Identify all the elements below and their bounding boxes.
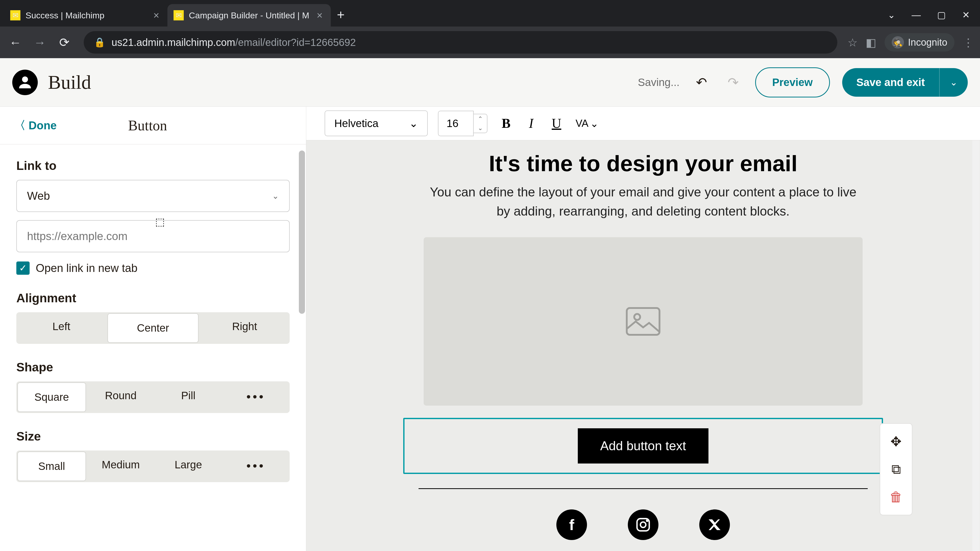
- editor-canvas: Helvetica ⌄ 16 ⌃ ⌄ B I U VA ⌄ It's time …: [306, 106, 980, 551]
- link-to-label: Link to: [16, 159, 290, 173]
- shape-more-button[interactable]: •••: [222, 381, 290, 413]
- text-format-toolbar: Helvetica ⌄ 16 ⌃ ⌄ B I U VA ⌄: [306, 106, 980, 140]
- window-close-icon[interactable]: ✕: [962, 10, 970, 21]
- bookmark-icon[interactable]: ☆: [848, 36, 858, 49]
- browser-tab-strip: ✉ Success | Mailchimp × ✉ Campaign Build…: [0, 0, 980, 27]
- svg-point-5: [646, 520, 648, 521]
- font-size-up-icon[interactable]: ⌃: [474, 114, 487, 124]
- undo-icon[interactable]: ↶: [692, 75, 711, 90]
- alignment-label: Alignment: [16, 291, 290, 305]
- alignment-left-button[interactable]: Left: [16, 312, 107, 344]
- bold-button[interactable]: B: [498, 116, 515, 131]
- favicon-mailchimp-icon: ✉: [173, 10, 184, 21]
- window-minimize-icon[interactable]: —: [912, 10, 921, 21]
- font-family-select[interactable]: Helvetica ⌄: [325, 110, 428, 136]
- panel-title: Button: [128, 118, 167, 134]
- done-button[interactable]: 〈 Done: [14, 118, 57, 133]
- save-status: Saving...: [638, 76, 679, 89]
- chevron-down-icon: ⌄: [272, 191, 279, 201]
- shape-square-button[interactable]: Square: [18, 383, 86, 412]
- chevron-left-icon: 〈: [14, 118, 25, 133]
- svg-point-4: [640, 522, 646, 527]
- chevron-down-icon: ⌄: [409, 117, 418, 130]
- svg-point-0: [22, 76, 28, 82]
- button-block-selected[interactable]: Add button text ✥ ⧉ 🗑: [403, 418, 883, 474]
- move-block-icon[interactable]: ✥: [882, 428, 910, 455]
- svg-rect-1: [627, 308, 659, 335]
- url-input[interactable]: 🔒 us21.admin.mailchimp.com/email/editor?…: [84, 31, 837, 54]
- svg-point-2: [634, 314, 640, 320]
- window-maximize-icon[interactable]: ▢: [937, 10, 946, 21]
- link-type-select[interactable]: Web ⌄: [16, 180, 290, 212]
- preview-button[interactable]: Preview: [755, 67, 830, 97]
- nav-forward-icon[interactable]: →: [30, 33, 49, 52]
- mailchimp-logo-icon[interactable]: [12, 70, 38, 95]
- image-block-placeholder[interactable]: [424, 237, 862, 406]
- browser-tab[interactable]: ✉ Success | Mailchimp ×: [4, 4, 167, 27]
- new-tab-button[interactable]: +: [331, 7, 351, 27]
- size-small-button[interactable]: Small: [18, 451, 86, 481]
- nav-back-icon[interactable]: ←: [6, 33, 24, 52]
- side-panel-icon[interactable]: ◧: [865, 36, 877, 49]
- instagram-icon[interactable]: [628, 510, 659, 540]
- size-more-button[interactable]: •••: [222, 451, 290, 482]
- shape-pill-button[interactable]: Pill: [155, 381, 222, 413]
- image-placeholder-icon: [625, 306, 661, 337]
- shape-round-button[interactable]: Round: [87, 381, 155, 413]
- redo-icon[interactable]: ↷: [724, 75, 743, 90]
- save-and-exit-button[interactable]: Save and exit: [842, 68, 939, 97]
- browser-address-bar: ← → ⟳ 🔒 us21.admin.mailchimp.com/email/e…: [0, 27, 980, 58]
- size-medium-button[interactable]: Medium: [87, 451, 155, 482]
- properties-sidebar: 〈 Done Button Link to Web ⌄ ⬚ ✓ Open lin…: [0, 106, 306, 551]
- divider-block[interactable]: [418, 488, 868, 489]
- tab-close-icon[interactable]: ×: [153, 10, 159, 21]
- url-text: us21.admin.mailchimp.com/email/editor?id…: [111, 37, 356, 48]
- page-title: Build: [48, 71, 91, 94]
- x-twitter-icon[interactable]: [699, 510, 730, 540]
- duplicate-block-icon[interactable]: ⧉: [882, 455, 910, 483]
- delete-block-icon[interactable]: 🗑: [882, 483, 910, 511]
- font-size-down-icon[interactable]: ⌄: [474, 124, 487, 133]
- shape-label: Shape: [16, 360, 290, 374]
- tab-dropdown-icon[interactable]: ⌄: [888, 10, 895, 21]
- alignment-right-button[interactable]: Right: [200, 312, 290, 344]
- alignment-center-button[interactable]: Center: [107, 313, 199, 343]
- email-button[interactable]: Add button text: [578, 428, 708, 464]
- lock-icon: 🔒: [94, 37, 105, 48]
- email-heading[interactable]: It's time to design your email: [403, 151, 883, 176]
- tab-title: Success | Mailchimp: [25, 11, 104, 21]
- underline-button[interactable]: U: [548, 116, 566, 131]
- font-size-input[interactable]: 16: [438, 111, 474, 136]
- incognito-icon: 🕵: [892, 36, 904, 48]
- size-label: Size: [16, 429, 290, 443]
- chevron-down-icon: ⌄: [590, 118, 599, 129]
- tab-close-icon[interactable]: ×: [317, 10, 323, 21]
- save-exit-dropdown-icon[interactable]: ⌄: [939, 68, 968, 97]
- browser-tab-active[interactable]: ✉ Campaign Builder - Untitled | M ×: [167, 4, 331, 27]
- block-floating-toolbar: ✥ ⧉ 🗑: [880, 423, 912, 515]
- canvas-scrollbar[interactable]: [972, 140, 980, 551]
- italic-button[interactable]: I: [525, 116, 537, 131]
- browser-menu-icon[interactable]: ⋮: [963, 36, 974, 49]
- app-header: Build Saving... ↶ ↷ Preview Save and exi…: [0, 58, 980, 106]
- alignment-segmented: Left Center Right: [16, 312, 290, 344]
- tab-title: Campaign Builder - Untitled | M: [189, 11, 309, 21]
- shape-segmented: Square Round Pill •••: [16, 381, 290, 413]
- size-large-button[interactable]: Large: [155, 451, 222, 482]
- size-segmented: Small Medium Large •••: [16, 451, 290, 482]
- nav-reload-icon[interactable]: ⟳: [55, 33, 73, 52]
- email-paragraph[interactable]: You can define the layout of your email …: [424, 183, 862, 221]
- link-url-input[interactable]: [16, 220, 290, 252]
- sidebar-scrollbar[interactable]: [299, 151, 305, 314]
- facebook-icon[interactable]: f: [556, 510, 587, 540]
- social-block[interactable]: f: [403, 510, 883, 540]
- open-new-tab-label: Open link in new tab: [36, 262, 138, 275]
- favicon-mailchimp-icon: ✉: [10, 10, 21, 21]
- letter-spacing-button[interactable]: VA ⌄: [576, 118, 598, 129]
- incognito-badge[interactable]: 🕵 Incognito: [885, 33, 955, 52]
- open-new-tab-checkbox[interactable]: ✓: [16, 262, 30, 275]
